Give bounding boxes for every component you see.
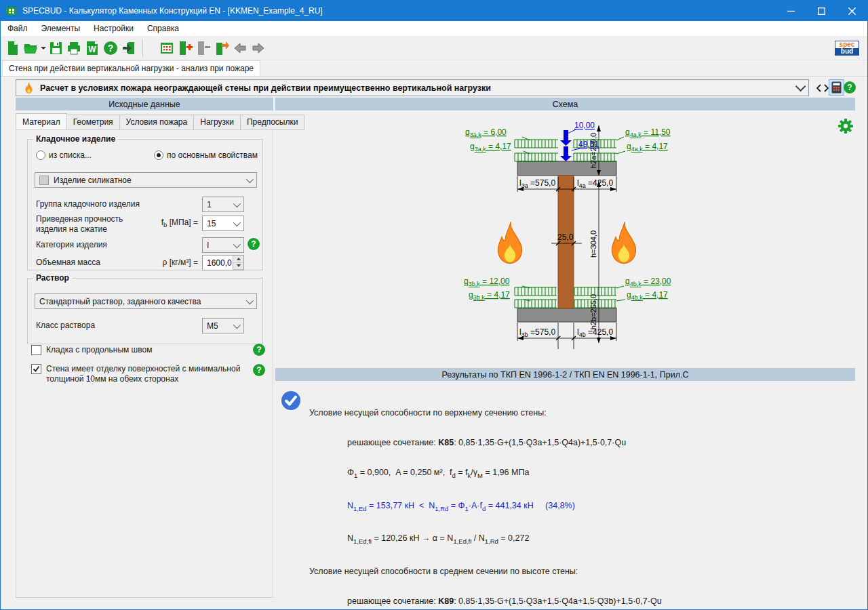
category-combo[interactable]: I	[202, 237, 244, 253]
load-label-g4b: g4b,k = 4,17	[627, 290, 668, 301]
print-button[interactable]	[64, 39, 83, 58]
wall	[558, 176, 574, 308]
specbud-logo: specbud	[835, 41, 859, 56]
schema-diagram: q3a,k = 6,00 g3a,k = 4,17 q4a,k = 11,50 …	[275, 110, 855, 367]
open-project-button[interactable]	[22, 39, 46, 58]
results-text: Условие несущей способности по верхнему …	[309, 388, 662, 610]
unit-group-combo[interactable]: 1	[202, 197, 244, 212]
dim-l4a: l4a =425,0	[577, 178, 613, 189]
menu-settings[interactable]: Настройки	[87, 21, 140, 36]
mortar-class-combo[interactable]: M5	[202, 318, 244, 333]
svg-text:?: ?	[107, 43, 113, 54]
help-button[interactable]: ?	[101, 39, 119, 58]
new-document-button[interactable]	[3, 39, 22, 58]
open-dropdown-caret[interactable]	[41, 47, 46, 49]
chevron-down-icon	[246, 175, 254, 182]
dim-h2a: h2a=250,0	[589, 133, 597, 168]
calculation-type-value: Расчет в условиях пожара неограждающей с…	[40, 83, 491, 93]
mortar-class-label: Класс раствора	[36, 321, 95, 330]
point-load-label-1: 10,00	[574, 121, 595, 130]
save-button[interactable]	[46, 39, 64, 58]
tab-geometry[interactable]: Геометрия	[67, 115, 120, 130]
dim-l3a: l3a =575,0	[519, 178, 555, 189]
menu-help[interactable]: Справка	[140, 21, 186, 36]
surface-finish-checkbox[interactable]: Стена имеет отделку поверхностей с миним…	[31, 364, 243, 384]
radio-by-properties[interactable]: по основным свойствам	[154, 150, 258, 160]
fire-icon	[24, 82, 33, 94]
schema-panel-header: Схема	[275, 98, 855, 110]
tab-fire-conditions[interactable]: Условия пожара	[120, 115, 195, 130]
product-type-combo[interactable]: Изделие силикатное	[35, 172, 257, 188]
dim-h2b: h2b=255,0	[589, 294, 597, 329]
help-icon[interactable]: ?	[253, 364, 265, 376]
radio-from-list[interactable]: из списка...	[36, 150, 92, 160]
density-spinner[interactable]: 1600,0	[202, 255, 244, 270]
calculation-type-combo[interactable]: Расчет в условиях пожара неограждающей с…	[16, 79, 809, 96]
menu-elements[interactable]: Элементы	[35, 21, 87, 36]
previous-element-button[interactable]	[231, 39, 249, 58]
strength-label-line2: изделия на сжатие	[36, 224, 107, 234]
tab-loads[interactable]: Нагрузки	[194, 115, 241, 130]
menu-file[interactable]: Файл	[1, 21, 35, 36]
checkbox-box[interactable]	[31, 345, 41, 355]
document-tab[interactable]: Стена при действии вертикальной нагрузки…	[2, 60, 260, 76]
load-label-g4a: g4a,k = 4,17	[627, 142, 668, 152]
longitudinal-joint-checkbox[interactable]: Кладка с продольным швом	[31, 345, 248, 355]
close-button[interactable]	[837, 1, 867, 21]
exit-button[interactable]	[119, 39, 138, 58]
load-label-g3a: g3a,k = 4,17	[470, 142, 511, 152]
document-tabstrip: Стена при действии вертикальной нагрузки…	[1, 60, 867, 77]
remove-element-icon	[195, 40, 212, 56]
result-line: Условие несущей способности по верхнему …	[309, 407, 662, 418]
density-symbol: ρ [кг/м³] =	[148, 258, 198, 267]
load-label-g3b: g3b,k = 4,17	[469, 290, 510, 301]
next-element-button[interactable]	[249, 39, 267, 58]
checkbox-box[interactable]	[31, 364, 41, 374]
add-element-button[interactable]	[176, 39, 194, 58]
toolbar: W ? specbud	[1, 36, 867, 60]
svg-text:W: W	[88, 45, 96, 54]
remove-element-button[interactable]	[194, 39, 212, 58]
print-icon	[66, 40, 82, 56]
strength-label-line1: Приведеная прочность	[36, 214, 123, 224]
spin-down-button[interactable]	[233, 263, 243, 270]
schema-settings-gear-icon[interactable]	[838, 119, 853, 134]
fire-icon-left	[498, 222, 521, 263]
open-folder-icon	[22, 40, 39, 56]
result-line: N1,Ed = 153,77 кН < N1,Rd = Φ1·A·fd = 44…	[309, 500, 662, 514]
masonry-unit-group: Кладочное изделие из списка... по основн…	[27, 139, 263, 270]
help-icon[interactable]: ?	[844, 81, 856, 94]
strength-combo[interactable]: 15	[202, 216, 244, 231]
mortar-group: Раствор Стандартный раствор, заданного к…	[27, 278, 263, 344]
minimize-button[interactable]	[776, 1, 806, 21]
export-word-button[interactable]: W	[83, 39, 101, 58]
mortar-type-combo[interactable]: Стандартный раствор, заданного качества	[35, 293, 257, 309]
result-line: решающее сочетание: K89: 0,85·1,35·G+(1,…	[309, 596, 662, 607]
title-bar: SPECBUD - Калькулятор Каменных Конструкц…	[1, 1, 867, 21]
help-icon[interactable]: ?	[253, 344, 265, 356]
fire-icon-right	[612, 222, 635, 263]
input-panel-header: Исходные данные	[16, 98, 273, 110]
help-icon[interactable]: ?	[248, 238, 260, 250]
spin-up-button[interactable]	[233, 256, 243, 263]
tab-material[interactable]: Материал	[16, 113, 67, 130]
calculator-icon	[831, 81, 842, 94]
result-line: Условие несущей способности в среднем се…	[309, 566, 662, 577]
chevron-down-icon	[233, 321, 241, 328]
calculator-button[interactable]	[829, 79, 844, 96]
bottom-slab	[517, 308, 616, 322]
help-icon: ?	[102, 40, 119, 56]
element-list-button[interactable]	[157, 39, 176, 58]
chevron-down-icon	[233, 199, 241, 207]
window-title: SPECBUD - Калькулятор Каменных Конструкц…	[22, 6, 323, 16]
maximize-button[interactable]	[806, 1, 837, 21]
category-label: Категория изделия	[36, 240, 107, 249]
next-arrow-icon	[250, 40, 267, 56]
chevron-down-icon	[233, 240, 241, 247]
group-label: Группа кладочного изделия	[36, 199, 140, 209]
export-element-button[interactable]	[212, 39, 231, 58]
export-element-icon	[214, 40, 230, 56]
new-document-icon	[5, 40, 21, 56]
word-document-icon: W	[84, 40, 100, 56]
save-icon	[47, 40, 64, 56]
